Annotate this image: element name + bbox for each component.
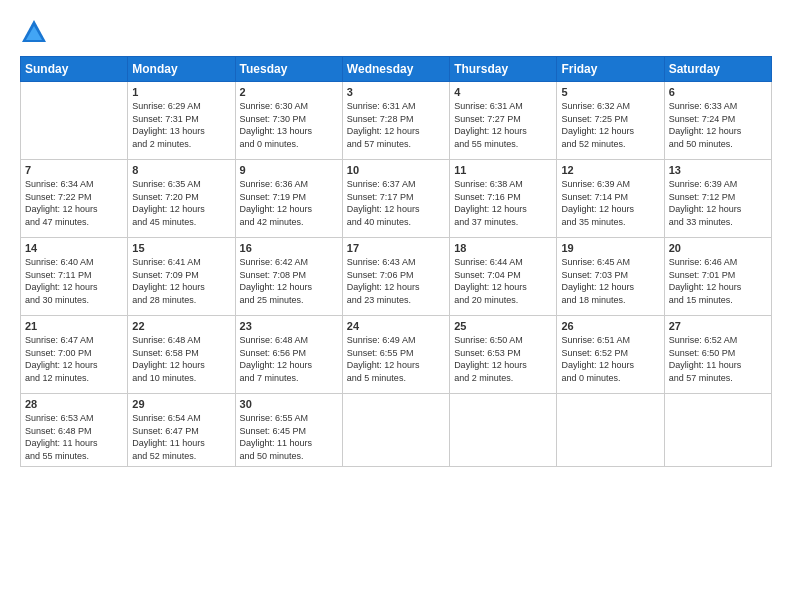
day-number: 3 (347, 86, 445, 98)
day-cell: 4Sunrise: 6:31 AM Sunset: 7:27 PM Daylig… (450, 82, 557, 160)
day-cell (450, 394, 557, 467)
day-cell: 7Sunrise: 6:34 AM Sunset: 7:22 PM Daylig… (21, 160, 128, 238)
day-number: 29 (132, 398, 230, 410)
day-number: 14 (25, 242, 123, 254)
day-cell: 14Sunrise: 6:40 AM Sunset: 7:11 PM Dayli… (21, 238, 128, 316)
day-number: 5 (561, 86, 659, 98)
day-info: Sunrise: 6:39 AM Sunset: 7:14 PM Dayligh… (561, 178, 659, 228)
day-number: 21 (25, 320, 123, 332)
day-number: 27 (669, 320, 767, 332)
day-cell: 1Sunrise: 6:29 AM Sunset: 7:31 PM Daylig… (128, 82, 235, 160)
week-row-4: 21Sunrise: 6:47 AM Sunset: 7:00 PM Dayli… (21, 316, 772, 394)
day-number: 13 (669, 164, 767, 176)
day-cell: 15Sunrise: 6:41 AM Sunset: 7:09 PM Dayli… (128, 238, 235, 316)
day-number: 6 (669, 86, 767, 98)
day-cell: 25Sunrise: 6:50 AM Sunset: 6:53 PM Dayli… (450, 316, 557, 394)
day-info: Sunrise: 6:42 AM Sunset: 7:08 PM Dayligh… (240, 256, 338, 306)
day-cell: 8Sunrise: 6:35 AM Sunset: 7:20 PM Daylig… (128, 160, 235, 238)
day-info: Sunrise: 6:45 AM Sunset: 7:03 PM Dayligh… (561, 256, 659, 306)
day-cell: 5Sunrise: 6:32 AM Sunset: 7:25 PM Daylig… (557, 82, 664, 160)
day-number: 4 (454, 86, 552, 98)
day-info: Sunrise: 6:32 AM Sunset: 7:25 PM Dayligh… (561, 100, 659, 150)
day-cell: 18Sunrise: 6:44 AM Sunset: 7:04 PM Dayli… (450, 238, 557, 316)
day-info: Sunrise: 6:36 AM Sunset: 7:19 PM Dayligh… (240, 178, 338, 228)
day-number: 20 (669, 242, 767, 254)
day-cell: 21Sunrise: 6:47 AM Sunset: 7:00 PM Dayli… (21, 316, 128, 394)
day-cell: 20Sunrise: 6:46 AM Sunset: 7:01 PM Dayli… (664, 238, 771, 316)
week-row-5: 28Sunrise: 6:53 AM Sunset: 6:48 PM Dayli… (21, 394, 772, 467)
calendar-header: SundayMondayTuesdayWednesdayThursdayFrid… (21, 57, 772, 82)
day-number: 25 (454, 320, 552, 332)
header-cell-friday: Friday (557, 57, 664, 82)
week-row-3: 14Sunrise: 6:40 AM Sunset: 7:11 PM Dayli… (21, 238, 772, 316)
day-info: Sunrise: 6:53 AM Sunset: 6:48 PM Dayligh… (25, 412, 123, 462)
day-info: Sunrise: 6:48 AM Sunset: 6:58 PM Dayligh… (132, 334, 230, 384)
day-number: 1 (132, 86, 230, 98)
day-number: 19 (561, 242, 659, 254)
day-info: Sunrise: 6:33 AM Sunset: 7:24 PM Dayligh… (669, 100, 767, 150)
calendar-table: SundayMondayTuesdayWednesdayThursdayFrid… (20, 56, 772, 467)
header-row: SundayMondayTuesdayWednesdayThursdayFrid… (21, 57, 772, 82)
day-number: 24 (347, 320, 445, 332)
calendar-body: 1Sunrise: 6:29 AM Sunset: 7:31 PM Daylig… (21, 82, 772, 467)
day-cell: 3Sunrise: 6:31 AM Sunset: 7:28 PM Daylig… (342, 82, 449, 160)
day-number: 23 (240, 320, 338, 332)
day-number: 22 (132, 320, 230, 332)
header-cell-saturday: Saturday (664, 57, 771, 82)
day-info: Sunrise: 6:37 AM Sunset: 7:17 PM Dayligh… (347, 178, 445, 228)
day-info: Sunrise: 6:31 AM Sunset: 7:27 PM Dayligh… (454, 100, 552, 150)
day-number: 10 (347, 164, 445, 176)
day-number: 28 (25, 398, 123, 410)
day-number: 30 (240, 398, 338, 410)
day-info: Sunrise: 6:30 AM Sunset: 7:30 PM Dayligh… (240, 100, 338, 150)
day-cell (664, 394, 771, 467)
day-cell (342, 394, 449, 467)
day-info: Sunrise: 6:51 AM Sunset: 6:52 PM Dayligh… (561, 334, 659, 384)
logo (20, 18, 54, 46)
day-info: Sunrise: 6:49 AM Sunset: 6:55 PM Dayligh… (347, 334, 445, 384)
logo-icon (20, 18, 48, 46)
day-cell: 30Sunrise: 6:55 AM Sunset: 6:45 PM Dayli… (235, 394, 342, 467)
week-row-1: 1Sunrise: 6:29 AM Sunset: 7:31 PM Daylig… (21, 82, 772, 160)
day-number: 11 (454, 164, 552, 176)
day-cell: 9Sunrise: 6:36 AM Sunset: 7:19 PM Daylig… (235, 160, 342, 238)
day-cell: 27Sunrise: 6:52 AM Sunset: 6:50 PM Dayli… (664, 316, 771, 394)
day-info: Sunrise: 6:50 AM Sunset: 6:53 PM Dayligh… (454, 334, 552, 384)
header-cell-sunday: Sunday (21, 57, 128, 82)
header-cell-thursday: Thursday (450, 57, 557, 82)
day-cell: 6Sunrise: 6:33 AM Sunset: 7:24 PM Daylig… (664, 82, 771, 160)
header-cell-monday: Monday (128, 57, 235, 82)
day-number: 12 (561, 164, 659, 176)
day-info: Sunrise: 6:54 AM Sunset: 6:47 PM Dayligh… (132, 412, 230, 462)
day-info: Sunrise: 6:34 AM Sunset: 7:22 PM Dayligh… (25, 178, 123, 228)
day-info: Sunrise: 6:47 AM Sunset: 7:00 PM Dayligh… (25, 334, 123, 384)
day-info: Sunrise: 6:31 AM Sunset: 7:28 PM Dayligh… (347, 100, 445, 150)
page: SundayMondayTuesdayWednesdayThursdayFrid… (0, 0, 792, 612)
header (20, 18, 772, 46)
day-number: 17 (347, 242, 445, 254)
header-cell-tuesday: Tuesday (235, 57, 342, 82)
day-cell: 26Sunrise: 6:51 AM Sunset: 6:52 PM Dayli… (557, 316, 664, 394)
day-number: 26 (561, 320, 659, 332)
day-number: 18 (454, 242, 552, 254)
day-cell: 22Sunrise: 6:48 AM Sunset: 6:58 PM Dayli… (128, 316, 235, 394)
day-cell: 16Sunrise: 6:42 AM Sunset: 7:08 PM Dayli… (235, 238, 342, 316)
day-cell: 13Sunrise: 6:39 AM Sunset: 7:12 PM Dayli… (664, 160, 771, 238)
day-info: Sunrise: 6:52 AM Sunset: 6:50 PM Dayligh… (669, 334, 767, 384)
week-row-2: 7Sunrise: 6:34 AM Sunset: 7:22 PM Daylig… (21, 160, 772, 238)
day-cell: 23Sunrise: 6:48 AM Sunset: 6:56 PM Dayli… (235, 316, 342, 394)
day-number: 7 (25, 164, 123, 176)
day-info: Sunrise: 6:38 AM Sunset: 7:16 PM Dayligh… (454, 178, 552, 228)
day-number: 8 (132, 164, 230, 176)
day-cell: 24Sunrise: 6:49 AM Sunset: 6:55 PM Dayli… (342, 316, 449, 394)
day-cell: 12Sunrise: 6:39 AM Sunset: 7:14 PM Dayli… (557, 160, 664, 238)
day-info: Sunrise: 6:39 AM Sunset: 7:12 PM Dayligh… (669, 178, 767, 228)
day-info: Sunrise: 6:55 AM Sunset: 6:45 PM Dayligh… (240, 412, 338, 462)
day-cell: 28Sunrise: 6:53 AM Sunset: 6:48 PM Dayli… (21, 394, 128, 467)
day-number: 16 (240, 242, 338, 254)
day-info: Sunrise: 6:40 AM Sunset: 7:11 PM Dayligh… (25, 256, 123, 306)
day-number: 9 (240, 164, 338, 176)
day-number: 15 (132, 242, 230, 254)
day-info: Sunrise: 6:41 AM Sunset: 7:09 PM Dayligh… (132, 256, 230, 306)
day-cell (21, 82, 128, 160)
